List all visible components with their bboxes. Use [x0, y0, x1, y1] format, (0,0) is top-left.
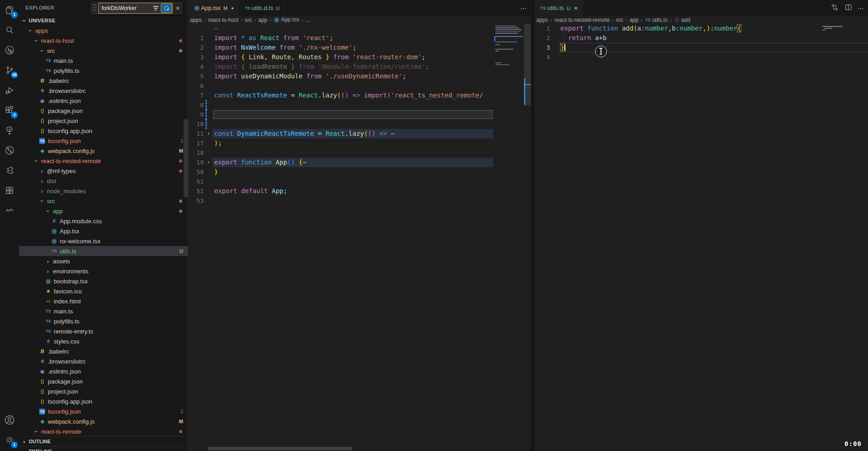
- tree-item-assets[interactable]: ›assets: [19, 256, 188, 266]
- code-line[interactable]: 1import * as React from 'react';: [188, 33, 531, 43]
- tree-item--mf-types[interactable]: ›@mf-types: [19, 166, 188, 176]
- tree-item-remote-entry-ts[interactable]: TSremote-entry.ts: [19, 326, 188, 336]
- tree-item-dist[interactable]: ›dist: [19, 176, 188, 186]
- breadcrumb-item[interactable]: react-ts-nested-remote: [555, 17, 610, 23]
- tree-item-webpack-config-js[interactable]: ◈webpack.config.jsM: [19, 416, 188, 426]
- code-line[interactable]: 11›const DynamicReactTsRemote = React.la…: [188, 129, 531, 138]
- filter-icon[interactable]: [153, 5, 159, 11]
- code-line[interactable]: 10: [188, 119, 531, 129]
- code-line[interactable]: 9: [188, 110, 531, 119]
- tree-item-environments[interactable]: ›environments: [19, 266, 188, 276]
- code-line[interactable]: 51: [188, 177, 531, 186]
- tree-item-polyfills-ts[interactable]: TSpolyfills.ts: [19, 66, 188, 76]
- activity-settings-icon[interactable]: 1: [0, 430, 19, 450]
- code-line[interactable]: 4: [534, 52, 868, 62]
- code-line[interactable]: 17);: [188, 138, 531, 148]
- breadcrumb-item[interactable]: react-ts-host: [208, 17, 239, 23]
- tree-item-index-html[interactable]: <>index.html: [19, 296, 188, 306]
- tree-item-project-json[interactable]: {}project.json: [19, 116, 188, 126]
- drag-grip-icon[interactable]: [93, 5, 97, 12]
- minimap[interactable]: [822, 25, 854, 43]
- activity-nx-console-icon[interactable]: [0, 40, 19, 60]
- outline-section-header[interactable]: › OUTLINE: [19, 436, 188, 446]
- breadcrumb-item[interactable]: …: [305, 17, 311, 23]
- code-line[interactable]: 2 return a+b: [534, 33, 868, 43]
- code-line[interactable]: 6: [188, 81, 531, 91]
- tree-item-app[interactable]: ›app: [19, 206, 188, 216]
- activity-search-icon[interactable]: [0, 20, 19, 40]
- tree-item-main-ts[interactable]: TSmain.ts: [19, 56, 188, 66]
- tree-item--babelrc[interactable]: B.babelrc: [19, 76, 188, 86]
- tree-item-utils-ts[interactable]: TSutils.tsU: [19, 246, 188, 256]
- close-icon[interactable]: ×: [574, 5, 578, 12]
- activity-bonsai-tree-icon[interactable]: [0, 120, 19, 140]
- tree-item-package-json[interactable]: {}package.json: [19, 376, 188, 386]
- activity-source-control-icon[interactable]: 38: [0, 60, 19, 80]
- breadcrumb-item[interactable]: src: [245, 17, 252, 23]
- code-line[interactable]: 2import NxWelcome from './nx-welcome';: [188, 43, 531, 52]
- breadcrumb-item[interactable]: app: [629, 17, 638, 23]
- tree-item-react-ts-nested-remote[interactable]: ›react-ts-nested-remote: [19, 156, 188, 166]
- code-line[interactable]: 3import { Link, Route, Routes } from 're…: [188, 52, 531, 62]
- minimap[interactable]: [494, 24, 523, 160]
- activity-account-icon[interactable]: [0, 410, 19, 430]
- tree-item-package-json[interactable]: {}package.json: [19, 106, 188, 116]
- breadcrumb-item[interactable]: App.tsx: [273, 16, 299, 23]
- tree-item--browserslistrc[interactable]: ≡.browserslistrc: [19, 86, 188, 96]
- activity-run-debug-icon[interactable]: [0, 80, 19, 100]
- unsaved-dot-icon[interactable]: ●: [231, 6, 234, 10]
- tree-item--babelrc[interactable]: B.babelrc: [19, 346, 188, 356]
- activity-extensions-icon[interactable]: 3: [0, 100, 19, 120]
- more-actions-icon[interactable]: ⋯: [858, 5, 864, 12]
- tab-utils-ts[interactable]: TS utils.ts U ×: [534, 0, 583, 16]
- tree-item-tsconfig-json[interactable]: TStsconfig.json2: [19, 406, 188, 416]
- tree-item-app-module-css[interactable]: #App.module.css: [19, 216, 188, 226]
- tree-item--eslintrc-json[interactable]: ◉.eslintrc.json: [19, 96, 188, 106]
- tree-find-input[interactable]: forkDtsWorker: [98, 3, 173, 14]
- breadcrumb-item[interactable]: app: [258, 17, 267, 23]
- tree-item--browserslistrc[interactable]: ≡.browserslistrc: [19, 356, 188, 366]
- breadcrumb-item[interactable]: apps: [536, 17, 548, 23]
- code-line[interactable]: ⋯: [188, 24, 531, 33]
- tree-item-favicon-ico[interactable]: ★favicon.ico: [19, 286, 188, 296]
- tab-utils-d-ts[interactable]: TS utils.d.ts U: [239, 0, 285, 16]
- tree-item-tsconfig-app-json[interactable]: {}tsconfig.app.json: [19, 396, 188, 406]
- code-line[interactable]: 4import { loadRemote } from '@module-fed…: [188, 62, 531, 72]
- code-line[interactable]: 7const ReactTsRemote = React.lazy(() => …: [188, 91, 531, 100]
- open-changes-icon[interactable]: [830, 3, 839, 13]
- tree-item-node-modules[interactable]: ›node_modules: [19, 186, 188, 196]
- tree-item-src[interactable]: ›src: [19, 196, 188, 206]
- tree-item-project-json[interactable]: {}project.json: [19, 386, 188, 396]
- editor-group-sash[interactable]: [531, 0, 534, 451]
- tree-item-src[interactable]: ›src: [19, 46, 188, 56]
- fold-chevron-icon[interactable]: ›: [207, 158, 210, 167]
- activity-git-graph-icon[interactable]: [0, 140, 19, 160]
- workspace-section-header[interactable]: › UNIVERSE: [19, 15, 188, 26]
- tree-item-app-tsx[interactable]: App.tsx: [19, 226, 188, 236]
- tree-item-tsconfig-app-json[interactable]: {}tsconfig.app.json: [19, 126, 188, 136]
- breadcrumb-item[interactable]: apps: [190, 17, 202, 23]
- tree-item-react-ts-remote[interactable]: ›react-ts-remote: [19, 426, 188, 436]
- activity-explorer-icon[interactable]: 1: [0, 0, 19, 20]
- tree-item-styles-css[interactable]: #styles.css: [19, 336, 188, 346]
- split-editor-icon[interactable]: [844, 3, 853, 13]
- tree-item-apps[interactable]: ›apps: [19, 26, 188, 36]
- breadcrumb-item[interactable]: src: [616, 17, 623, 23]
- more-actions-icon[interactable]: ⋯: [520, 5, 527, 12]
- tree-item-polyfills-ts[interactable]: TSpolyfills.ts: [19, 316, 188, 326]
- code-line[interactable]: 5import useDynamicModule from './useDyna…: [188, 72, 531, 81]
- tree-item-bootstrap-tsx[interactable]: bootstrap.tsx: [19, 276, 188, 286]
- tree-item--eslintrc-json[interactable]: ◉.eslintrc.json: [19, 366, 188, 376]
- tree-item-tsconfig-json[interactable]: TStsconfig.json1: [19, 136, 188, 146]
- activity-grid-icon[interactable]: [0, 180, 19, 200]
- code-line[interactable]: 3}: [534, 43, 868, 52]
- tree-item-webpack-config-js[interactable]: ◈webpack.config.jsM: [19, 146, 188, 156]
- fold-chevron-icon[interactable]: ›: [207, 129, 210, 138]
- sidebar-scrollbar[interactable]: [184, 119, 188, 197]
- activity-pulse-icon[interactable]: [0, 200, 19, 220]
- tree-item-react-ts-host[interactable]: ›react-ts-host: [19, 36, 188, 46]
- tree-item-main-ts[interactable]: TSmain.ts: [19, 306, 188, 316]
- timeline-section-header[interactable]: › TIMELINE: [19, 446, 188, 451]
- horizontal-scrollbar[interactable]: [208, 447, 352, 450]
- fuzzy-search-toggle[interactable]: [161, 4, 172, 13]
